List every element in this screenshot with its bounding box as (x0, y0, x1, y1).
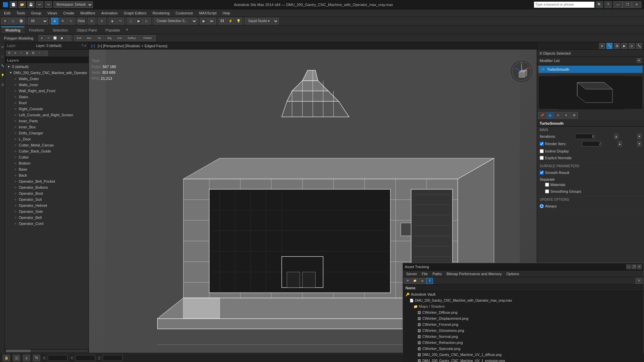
poly-edge-btn[interactable]: ━ (45, 35, 51, 41)
at-btn-2[interactable]: 📁 (412, 278, 418, 284)
tab-modeling[interactable]: Modeling (1, 26, 24, 33)
layer-item-drills[interactable]: ○ Drills_Changer (5, 130, 89, 136)
at-row-displacement[interactable]: 🖼 CWorker_Displacement.png (403, 315, 644, 321)
at-row-dmu-diffuse[interactable]: 🖼 DMU_200_Gantry_CNC_Machine_UV_1_diffus… (403, 352, 644, 358)
layer-item-cutter[interactable]: ○ Cutter (5, 154, 89, 160)
render-btn[interactable]: ▶ (135, 18, 143, 24)
scale-btn[interactable]: ⤡ (67, 18, 74, 24)
ref-coord-btn[interactable]: View (77, 18, 85, 24)
display-panel-btn[interactable]: ◎ (629, 43, 635, 49)
pivot-btn[interactable]: ⊙ (88, 18, 95, 24)
menu-animation[interactable]: Animation (99, 10, 120, 16)
paint-deform-btn[interactable]: PntDef (139, 35, 156, 41)
config-btn[interactable]: ⚙ (571, 112, 578, 119)
left-icon-5[interactable]: 🎥 (0, 80, 5, 89)
materials-checkbox[interactable] (545, 183, 549, 187)
layer-item-cutter-back[interactable]: ○ Cutter_Back_Guide (5, 148, 89, 154)
swift-loop-btn[interactable]: SwftLp (125, 35, 138, 41)
layer-item-cutter-metal[interactable]: ○ Cutter_Metal_Carcas (5, 142, 89, 148)
z-input[interactable] (103, 355, 123, 361)
render-setup-btn[interactable]: 🎥 (127, 18, 135, 24)
layer-item-inner-box[interactable]: ○ Inner_Box (5, 124, 89, 130)
pin-stack-btn[interactable]: 📌 (538, 112, 546, 119)
layers-add-btn[interactable]: ✕ (12, 51, 18, 56)
layer-item-op-cord[interactable]: ○ Operator_Cord (5, 221, 89, 227)
make-unique-btn[interactable]: ⊙ (554, 112, 562, 119)
poly-border-btn[interactable]: ⬜ (52, 35, 58, 41)
at-menu-file[interactable]: File (420, 271, 430, 277)
at-row-vault[interactable]: 🔑 Autodesk Vault (403, 291, 644, 297)
poly-vertex-btn[interactable]: ● (39, 35, 45, 41)
modifier-item-turbosm[interactable]: 👁 TurboSmooth (538, 66, 643, 73)
menu-edit[interactable]: Edit (1, 10, 13, 16)
vray-render-btn[interactable]: ▷ (143, 18, 151, 24)
left-icon-3[interactable]: 🔧 (0, 61, 5, 70)
next-frame-btn[interactable]: ⏭ (208, 18, 216, 24)
layer-item-op-sole[interactable]: ○ Operator_Sole (5, 208, 89, 215)
left-icon-1[interactable]: ⚙ (0, 42, 5, 52)
menu-create[interactable]: Create (60, 10, 77, 16)
create-panel-btn[interactable]: ⊕ (599, 43, 605, 49)
menu-views[interactable]: Views (45, 10, 60, 16)
lasso-select-btn[interactable]: 🔘 (17, 18, 25, 24)
play-btn[interactable]: ▶ (200, 18, 208, 24)
squid-studio-dropdown[interactable]: Squid Studio ▾ (245, 18, 279, 24)
hierarchy-panel-btn[interactable]: ⛓ (614, 43, 620, 49)
at-minimize-btn[interactable]: — (626, 264, 631, 269)
at-row-file[interactable]: 📄 DMU_200_Gantry_CNC_Machine_with_Operat… (403, 297, 644, 303)
layer-item-right-console[interactable]: ○ Right_Console (5, 106, 89, 112)
at-rows-container[interactable]: 🔑 Autodesk Vault 📄 DMU_200_Gantry_CNC_Ma… (403, 291, 644, 362)
vray-lc-btn[interactable]: 💡 (235, 18, 242, 24)
at-row-normal[interactable]: 🖼 CWorker_Normal.png (403, 334, 644, 340)
layer-item-left-console[interactable]: ○ Left_Console_and_Right_Screen (5, 112, 89, 118)
menu-maxscript[interactable]: MAXScript (197, 10, 219, 16)
search-btn[interactable]: 🔍 (596, 1, 603, 8)
motion-panel-btn[interactable]: ▶ (621, 43, 627, 49)
inset-btn[interactable]: Ins (95, 35, 104, 41)
create-selection-dropdown[interactable]: Create Selection S... (154, 18, 197, 24)
at-close-btn[interactable]: ✕ (637, 264, 642, 269)
at-refresh-btn[interactable]: ↻ (636, 278, 642, 284)
select-region-btn[interactable]: ◻ (9, 18, 17, 24)
at-menu-bitmap[interactable]: Bitmap Performance and Memory (444, 271, 503, 277)
save-btn[interactable]: 💾 (27, 1, 35, 8)
at-btn-3[interactable]: 🗂 (419, 278, 426, 284)
minimize-btn[interactable]: — (613, 1, 623, 8)
new-btn[interactable]: 📄 (10, 1, 17, 8)
move-btn[interactable]: ⊕ (51, 18, 58, 24)
status-angle-btn[interactable]: ∠ (23, 355, 30, 361)
status-percent-btn[interactable]: % (33, 355, 40, 361)
connect-btn[interactable]: Con (115, 35, 124, 41)
tab-freeform[interactable]: Freeform (25, 26, 48, 33)
x-input[interactable] (48, 355, 68, 361)
rotate-btn[interactable]: ↻ (59, 18, 66, 24)
layer-item-back[interactable]: ○ Back (5, 172, 89, 178)
at-menu-server[interactable]: Server (404, 271, 419, 277)
layer-item-op-belt[interactable]: ○ Operator_Belt (5, 215, 89, 221)
menu-modifiers[interactable]: Modifiers (77, 10, 98, 16)
at-btn-4[interactable]: ☰ (426, 278, 433, 284)
at-row-dmu-emission[interactable]: 🖼 DMU_200_Gantry_CNC_Machine_UV_1_emissi… (403, 358, 644, 362)
show-end-result-btn[interactable]: ◎ (546, 112, 554, 119)
tab-populate[interactable]: Populate (101, 26, 124, 33)
menu-customize[interactable]: Customize (173, 10, 196, 16)
modify-panel-btn[interactable]: 🔧 (606, 43, 612, 49)
status-lock-btn[interactable]: 🔒 (3, 355, 10, 361)
layer-item-1[interactable]: ▼ DMU_200_Gantry_CNC_Machine_with_Operat… (5, 70, 89, 76)
redo-btn[interactable]: ↪ (45, 1, 52, 8)
viewport-plus[interactable]: [+] (91, 44, 95, 48)
bridge-btn[interactable]: Brg (105, 35, 114, 41)
layers-trash-btn[interactable]: 🗑 (24, 51, 30, 56)
remove-modifier-btn[interactable]: ✕ (562, 112, 570, 119)
render-iters-down[interactable]: ▼ (637, 141, 641, 146)
layer-item-bottom[interactable]: ○ Bottom (5, 160, 89, 166)
at-menu-paths[interactable]: Paths (430, 271, 444, 277)
y-input[interactable] (75, 355, 95, 361)
left-icon-2[interactable]: ◻ (0, 52, 5, 61)
at-row-diffuse[interactable]: 🖼 CWorker_Diffuse.png (403, 309, 644, 315)
modifier-list-dropdown-btn[interactable]: ▼ (637, 58, 641, 63)
menu-tools[interactable]: Tools (14, 10, 28, 16)
layer-item-wall-rf[interactable]: ○ Wall_Right_and_Front (5, 88, 89, 94)
menu-help[interactable]: Help (220, 10, 233, 16)
menu-graph-editors[interactable]: Graph Editors (121, 10, 149, 16)
